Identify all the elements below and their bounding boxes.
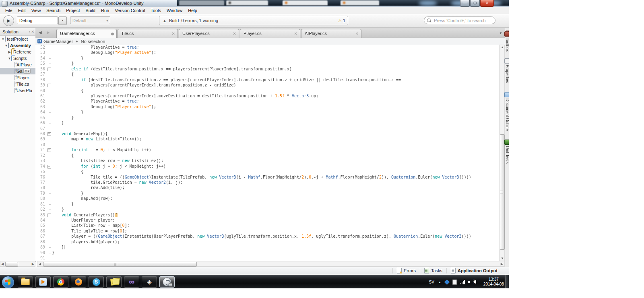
expander-icon[interactable]: ▼: [8, 57, 11, 60]
code-line: 61 players[currentPlayerIndex].moveDesti…: [35, 93, 499, 99]
dock-tab-document-outline[interactable]: Document Outline: [502, 92, 509, 131]
run-button[interactable]: ▶: [3, 15, 14, 26]
fold-marker[interactable]: –: [47, 164, 52, 169]
tab-userplayer-cs[interactable]: UserPlayer.cs✕: [179, 29, 239, 38]
tab-list-dropdown-icon[interactable]: ▼: [499, 31, 502, 35]
solution-panel-header[interactable]: Solution ▫ ✕: [0, 28, 35, 36]
status-pad-errors[interactable]: Errors: [392, 268, 420, 273]
tab-nav-back-icon[interactable]: ◀: [39, 30, 42, 35]
menu-view[interactable]: View: [29, 8, 44, 13]
sscroll-thumb[interactable]: [5, 262, 18, 267]
tree-item-tilecs[interactable]: Tile.cs: [0, 81, 35, 87]
fold-collapse-icon[interactable]: –: [47, 165, 51, 169]
expander-icon[interactable]: ▼: [1, 37, 5, 41]
taskbar-skype[interactable]: S: [89, 276, 104, 288]
code-line: 91: [35, 255, 499, 261]
tab-close-icon[interactable]: ✕: [294, 29, 297, 38]
tab-player-cs[interactable]: Player.cs✕: [240, 29, 300, 38]
tree-item-referenc[interactable]: ▶Referenc: [0, 49, 35, 55]
taskbar-sticky-notes[interactable]: [106, 276, 122, 288]
menu-build[interactable]: Build: [83, 8, 98, 13]
menu-version-control[interactable]: Version Control: [112, 8, 148, 13]
taskbar-media-player[interactable]: [35, 276, 51, 288]
tree-item-aiplaye[interactable]: AIPlaye: [0, 62, 35, 68]
fold-collapse-icon[interactable]: –: [47, 68, 51, 71]
maximize-button[interactable]: ▢: [470, 0, 480, 7]
taskbar-visual-studio[interactable]: ∞: [124, 276, 139, 288]
dock-tab-toolbox[interactable]: Toolbox: [502, 31, 509, 51]
tree-item-player[interactable]: Player.: [0, 74, 35, 81]
tab-aiplayer-cs[interactable]: AIPlayer.cs✕: [301, 29, 361, 38]
menu-project[interactable]: Project: [63, 8, 83, 13]
taskbar-explorer[interactable]: [18, 276, 33, 288]
menu-help[interactable]: Help: [185, 8, 200, 13]
network-signal-icon[interactable]: [460, 280, 465, 284]
scroll-down-icon[interactable]: ▼: [501, 257, 504, 260]
menu-file[interactable]: File: [2, 8, 15, 13]
fold-marker[interactable]: –: [47, 147, 52, 152]
show-desktop-button[interactable]: [505, 275, 509, 288]
menu-search[interactable]: Search: [43, 8, 63, 13]
scroll-left-icon[interactable]: ◀: [1, 262, 4, 266]
dock-tab-unit-tests[interactable]: Unit Tests: [502, 140, 509, 164]
start-button[interactable]: [2, 276, 14, 288]
taskbar-unity[interactable]: ◈: [142, 276, 157, 288]
search-input[interactable]: Press 'Control+,' to search: [424, 16, 495, 24]
breadcrumb-member[interactable]: No selection: [81, 39, 105, 44]
taskbar-chrome[interactable]: [53, 276, 68, 288]
taskbar-monodevelop[interactable]: [159, 276, 175, 288]
fold-collapse-icon[interactable]: –: [47, 214, 51, 217]
tab-close-icon[interactable]: ✕: [233, 29, 236, 38]
tab-tile-cs[interactable]: Tile.cs✕: [118, 29, 178, 38]
target-select[interactable]: Default▼: [70, 16, 110, 24]
solution-horizontal-scrollbar[interactable]: ◀ ▶: [0, 261, 35, 267]
title-bar[interactable]: Assembly-CSharp - Scripts/GameManager.cs…: [0, 0, 509, 8]
code-editor[interactable]: 52 PlayerActive = true;53 Debug.Log("Pla…: [35, 45, 499, 261]
tab-close-icon[interactable]: ✕: [172, 29, 175, 38]
panel-dock-icons[interactable]: ▫ ✕: [29, 28, 34, 35]
fold-marker[interactable]: –: [47, 82, 52, 88]
fold-marker[interactable]: –: [47, 66, 52, 72]
tree-item-testproject[interactable]: ▼testProject: [0, 36, 35, 42]
fold-collapse-icon[interactable]: –: [47, 84, 51, 87]
expander-icon[interactable]: ▶: [8, 50, 11, 54]
expander-icon[interactable]: ▼: [4, 44, 8, 47]
taskbar-clock[interactable]: 13:37 2014-04-08: [483, 277, 504, 287]
editor-horizontal-scrollbar[interactable]: ◀ ||| ▶: [37, 261, 505, 267]
tray-expand-icon[interactable]: ▲: [438, 281, 441, 284]
menu-window[interactable]: Window: [164, 8, 185, 13]
gear-icon[interactable]: ⚙▾: [23, 69, 31, 74]
status-pad-tasks[interactable]: Tasks: [420, 268, 446, 273]
taskbar-firefox[interactable]: [71, 276, 86, 288]
tree-item-assembly[interactable]: ▼Assembly: [0, 42, 35, 49]
run-configuration-select[interactable]: Debug: [17, 16, 58, 24]
fold-marker[interactable]: –: [47, 212, 52, 218]
keyboard-language[interactable]: SV: [429, 280, 434, 284]
tree-item-userpla[interactable]: UserPla: [0, 87, 35, 94]
tab-gamemanager-cs[interactable]: GameManager.cs: [56, 29, 117, 38]
dropbox-icon[interactable]: [444, 280, 450, 285]
run-configuration-dropdown-icon[interactable]: ▼: [58, 16, 67, 25]
minimize-button[interactable]: —: [460, 0, 470, 7]
breadcrumb-type[interactable]: GameManager: [43, 39, 73, 44]
action-center-icon[interactable]: [452, 280, 457, 285]
dock-tab-properties[interactable]: Properties: [502, 58, 509, 83]
tree-item-scripts[interactable]: ▼Scripts: [0, 55, 35, 62]
hscroll-thumb[interactable]: [43, 262, 197, 267]
volume-icon[interactable]: [473, 280, 476, 284]
status-pad-application-output[interactable]: Application Output: [446, 268, 502, 273]
build-status-bar[interactable]: ▲Build: 0 errors, 1 warning ⚠1: [159, 16, 348, 25]
fold-collapse-icon[interactable]: –: [47, 148, 51, 152]
scroll-right-icon[interactable]: ▶: [501, 262, 503, 266]
scroll-left-icon[interactable]: ◀: [39, 262, 41, 266]
tab-nav-forward-icon[interactable]: ▶: [47, 30, 50, 35]
tree-item-ga[interactable]: Ga⚙▾: [0, 68, 35, 74]
scroll-right-icon[interactable]: ▶: [32, 262, 34, 266]
menu-tools[interactable]: Tools: [148, 8, 164, 13]
fold-marker[interactable]: –: [47, 131, 52, 136]
fold-collapse-icon[interactable]: –: [47, 132, 51, 136]
tab-close-icon[interactable]: ✕: [355, 29, 359, 38]
menu-run[interactable]: Run: [98, 8, 112, 13]
menu-edit[interactable]: Edit: [15, 8, 29, 13]
close-button[interactable]: ✕: [480, 0, 494, 7]
